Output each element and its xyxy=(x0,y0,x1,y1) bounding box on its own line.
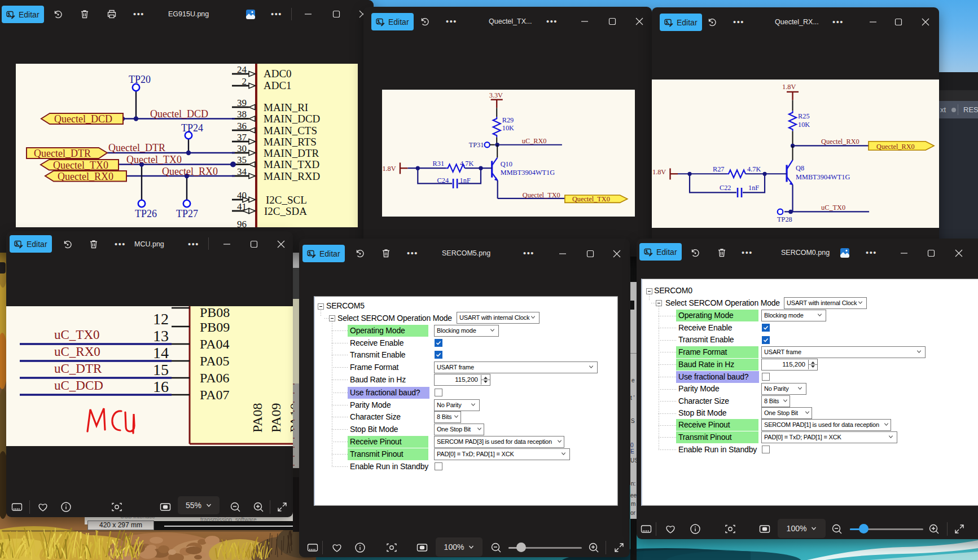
svg-text:TP26: TP26 xyxy=(135,208,157,219)
svg-text:96: 96 xyxy=(237,219,247,227)
svg-text:I2C_SCL: I2C_SCL xyxy=(266,194,307,206)
svg-text:Quectel_RX0: Quectel_RX0 xyxy=(821,138,859,145)
svg-text:C24: C24 xyxy=(437,177,449,184)
svg-text:4.7K: 4.7K xyxy=(460,160,473,167)
svg-text:Quectel_RX0: Quectel_RX0 xyxy=(58,171,113,182)
svg-text:I2C_SDA: I2C_SDA xyxy=(264,205,307,217)
svg-text:uC_RX0: uC_RX0 xyxy=(54,345,100,359)
svg-text:Quectel_DTR: Quectel_DTR xyxy=(34,148,91,159)
svg-text:TP31: TP31 xyxy=(468,141,484,149)
svg-text:TP27: TP27 xyxy=(176,208,198,219)
svg-text:PB08: PB08 xyxy=(200,306,230,320)
svg-text:1.8V: 1.8V xyxy=(382,165,396,173)
svg-text:Quectel_DTR: Quectel_DTR xyxy=(108,142,165,153)
svg-text:2: 2 xyxy=(242,76,247,87)
svg-text:PA04: PA04 xyxy=(200,337,229,351)
svg-text:10K: 10K xyxy=(798,121,810,129)
svg-text:Q10: Q10 xyxy=(500,160,512,168)
svg-text:MAIN_RI: MAIN_RI xyxy=(264,102,308,113)
svg-text:ADC0: ADC0 xyxy=(264,68,292,80)
svg-text:39: 39 xyxy=(237,98,247,108)
svg-text:PA06: PA06 xyxy=(200,371,229,385)
svg-text:MAIN_CTS: MAIN_CTS xyxy=(264,125,317,136)
svg-text:ADC1: ADC1 xyxy=(264,80,292,91)
svg-text:C22: C22 xyxy=(720,184,731,192)
svg-text:24: 24 xyxy=(237,64,247,75)
svg-text:34: 34 xyxy=(237,166,247,177)
svg-text:PA05: PA05 xyxy=(200,354,229,368)
svg-text:3.3V: 3.3V xyxy=(489,91,502,99)
svg-text:1nF: 1nF xyxy=(459,177,470,184)
svg-text:12: 12 xyxy=(153,310,169,328)
svg-text:16: 16 xyxy=(153,378,169,395)
svg-text:40: 40 xyxy=(237,190,247,201)
svg-text:MAIN_RTS: MAIN_RTS xyxy=(264,136,317,148)
svg-text:Quectel_DCD: Quectel_DCD xyxy=(54,113,112,125)
svg-text:1.8V: 1.8V xyxy=(652,168,666,176)
svg-text:Quectel_TX0: Quectel_TX0 xyxy=(53,160,108,171)
svg-text:R27: R27 xyxy=(713,165,725,173)
svg-text:TP20: TP20 xyxy=(129,74,151,85)
svg-text:37: 37 xyxy=(237,132,247,143)
svg-text:uC_TX0: uC_TX0 xyxy=(821,204,845,211)
svg-text:Quectel_TX0: Quectel_TX0 xyxy=(572,195,610,203)
svg-text:15: 15 xyxy=(153,361,169,378)
svg-text:Quectel_TX0: Quectel_TX0 xyxy=(126,154,182,165)
svg-text:38: 38 xyxy=(237,109,247,120)
svg-text:uC_DCD: uC_DCD xyxy=(54,378,103,393)
svg-text:PA07: PA07 xyxy=(200,387,229,402)
svg-text:R25: R25 xyxy=(798,112,810,120)
svg-text:R31: R31 xyxy=(432,160,444,167)
svg-text:TP28: TP28 xyxy=(777,215,792,223)
svg-text:R29: R29 xyxy=(502,116,514,124)
svg-text:1.8V: 1.8V xyxy=(782,83,796,91)
svg-text:1nF: 1nF xyxy=(748,184,759,192)
svg-text:Q8: Q8 xyxy=(796,164,804,172)
svg-text:30: 30 xyxy=(237,143,247,154)
svg-text:MAIN_TXD: MAIN_TXD xyxy=(264,158,319,170)
svg-text:PA10: PA10 xyxy=(287,403,293,433)
svg-text:10K: 10K xyxy=(502,124,514,132)
svg-text:Quectel_TX0: Quectel_TX0 xyxy=(522,191,560,199)
svg-text:uC_DTR: uC_DTR xyxy=(54,361,102,376)
svg-text:4.7K: 4.7K xyxy=(747,165,761,173)
svg-text:41: 41 xyxy=(237,201,247,212)
svg-text:MMBT3904WT1G: MMBT3904WT1G xyxy=(500,169,554,177)
svg-text:PA09: PA09 xyxy=(269,403,283,433)
svg-text:Quectel_DCD: Quectel_DCD xyxy=(150,108,208,120)
svg-text:PB09: PB09 xyxy=(200,320,230,334)
svg-text:MMBT3904WT1G: MMBT3904WT1G xyxy=(796,173,850,181)
svg-text:Quectel_RX0: Quectel_RX0 xyxy=(162,166,218,177)
svg-text:uC_RX0: uC_RX0 xyxy=(521,137,546,145)
svg-text:MAIN_DTR: MAIN_DTR xyxy=(264,147,319,159)
svg-text:35: 35 xyxy=(237,155,247,165)
svg-text:TP24: TP24 xyxy=(181,122,203,134)
svg-text:uC_TX0: uC_TX0 xyxy=(54,328,100,342)
svg-text:PA08: PA08 xyxy=(250,403,265,433)
svg-text:13: 13 xyxy=(153,327,169,345)
svg-text:MAIN_DCD: MAIN_DCD xyxy=(264,113,320,125)
svg-text:MAIN_RXD: MAIN_RXD xyxy=(264,170,320,182)
svg-text:36: 36 xyxy=(237,121,247,131)
svg-text:Quectel_RX0: Quectel_RX0 xyxy=(876,143,915,151)
svg-text:14: 14 xyxy=(153,344,169,361)
